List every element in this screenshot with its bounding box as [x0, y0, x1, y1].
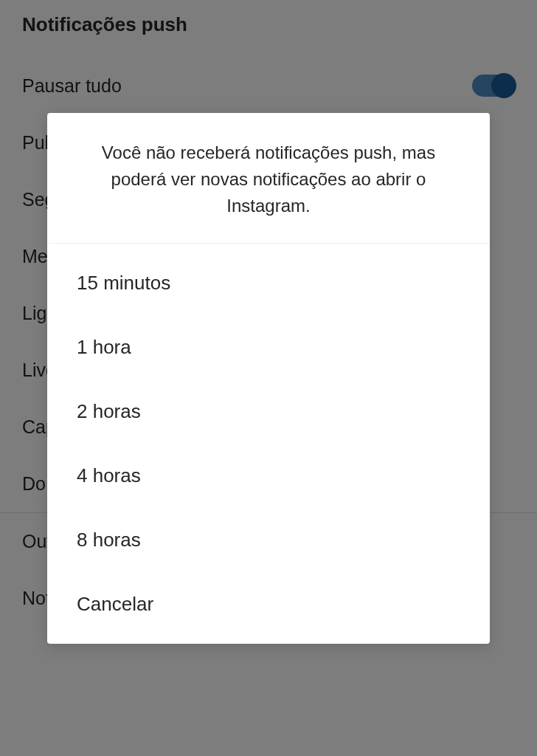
option-2-hours[interactable]: 2 horas: [47, 379, 490, 444]
option-1-hour[interactable]: 1 hora: [47, 315, 490, 379]
modal-message: Você não receberá notificações push, mas…: [83, 140, 454, 219]
modal-options-list: 15 minutos 1 hora 2 horas 4 horas 8 hora…: [47, 244, 490, 644]
pause-duration-modal: Você não receberá notificações push, mas…: [47, 113, 490, 644]
option-8-hours[interactable]: 8 horas: [47, 508, 490, 572]
option-15-minutes[interactable]: 15 minutos: [47, 251, 490, 315]
cancel-button[interactable]: Cancelar: [47, 572, 490, 636]
option-4-hours[interactable]: 4 horas: [47, 444, 490, 508]
modal-overlay[interactable]: Você não receberá notificações push, mas…: [0, 0, 537, 756]
modal-header: Você não receberá notificações push, mas…: [47, 113, 490, 244]
